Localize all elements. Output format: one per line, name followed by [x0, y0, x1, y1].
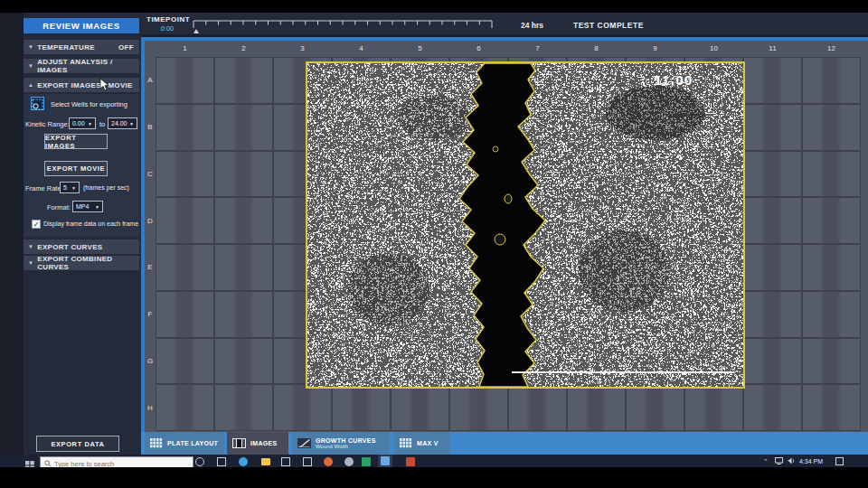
well-H1[interactable]: [156, 384, 214, 431]
well-F1[interactable]: [156, 291, 214, 338]
well-C2[interactable]: [214, 151, 273, 198]
well-C11[interactable]: [743, 151, 802, 198]
well-F2[interactable]: [214, 291, 273, 338]
well-A12[interactable]: [802, 57, 861, 104]
taskbar-clock[interactable]: 4:34 PM: [799, 458, 823, 465]
section-export-combined-curves[interactable]: ▼ EXPORT COMBINED CURVES: [24, 256, 139, 270]
export-data-button[interactable]: EXPORT DATA: [36, 436, 119, 452]
search-icon: [44, 460, 52, 467]
edge-icon[interactable]: [239, 457, 248, 466]
kinetic-from-value: 0.00: [72, 120, 85, 127]
file-explorer-icon[interactable]: [261, 458, 270, 465]
well-E1[interactable]: [156, 244, 214, 291]
section-temperature[interactable]: ▼ TEMPERATURE OFF: [24, 40, 139, 54]
plate-column-header: 5: [391, 41, 449, 57]
tab-sublabel: Wound Width: [316, 444, 376, 449]
well-D11[interactable]: [743, 197, 802, 244]
section-label: ADJUST ANALYSIS / IMAGES: [37, 58, 134, 74]
status-badge: TEST COMPLETE: [573, 21, 644, 30]
chevron-up-icon: ▲: [28, 82, 33, 88]
well-G1[interactable]: [156, 338, 214, 385]
task-view-icon[interactable]: [217, 457, 226, 466]
display-frame-data-checkbox[interactable]: ✓: [32, 220, 41, 229]
section-export-images-movie[interactable]: ▲ EXPORT IMAGES / MOVIE: [24, 78, 139, 92]
well-D1[interactable]: [156, 197, 214, 244]
scale-bar: [512, 371, 734, 373]
well-E11[interactable]: [743, 244, 802, 291]
plate-column-header: 4: [332, 41, 391, 57]
well-C12[interactable]: [802, 151, 861, 198]
well-E2[interactable]: [214, 244, 273, 291]
plate-column-header: 11: [743, 41, 802, 57]
frame-rate-dropdown[interactable]: 5 ▼: [60, 182, 80, 193]
well-H4[interactable]: [332, 384, 391, 431]
timeline-slider[interactable]: [192, 16, 495, 34]
well-G11[interactable]: [743, 338, 802, 385]
well-H7[interactable]: [508, 384, 567, 431]
well-B2[interactable]: [214, 104, 273, 151]
kinetic-from-dropdown[interactable]: 0.00 ▼: [69, 117, 96, 129]
well-H12[interactable]: [802, 384, 861, 431]
network-icon[interactable]: [775, 457, 783, 465]
well-H5[interactable]: [391, 384, 449, 431]
tab-max-v[interactable]: MAX V: [394, 432, 450, 455]
tab-text: IMAGES: [250, 440, 277, 446]
section-export-curves[interactable]: ▼ EXPORT CURVES: [24, 239, 139, 254]
frame-rate-label: Frame Rate:: [25, 184, 63, 192]
well-H8[interactable]: [567, 384, 626, 431]
well-F12[interactable]: [802, 291, 861, 338]
store-icon[interactable]: [281, 457, 290, 466]
select-wells-icon[interactable]: [31, 97, 44, 110]
powerpoint-icon[interactable]: [406, 457, 415, 466]
excel-icon[interactable]: [362, 457, 371, 466]
well-H3[interactable]: [273, 384, 332, 431]
well-E12[interactable]: [802, 244, 861, 291]
sidebar-rail: [0, 13, 24, 455]
dropdown-arrow-icon: ▼: [71, 185, 76, 191]
export-movie-button[interactable]: EXPORT MOVIE: [44, 161, 108, 176]
section-label: EXPORT IMAGES / MOVIE: [37, 81, 132, 89]
well-B11[interactable]: [743, 104, 802, 151]
notification-center-icon[interactable]: [835, 457, 844, 465]
kinetic-to-dropdown[interactable]: 24.00 ▼: [108, 117, 137, 129]
well-A2[interactable]: [214, 57, 273, 104]
well-image-viewer[interactable]: 11:00: [306, 61, 745, 389]
well-B12[interactable]: [802, 104, 861, 151]
cortana-icon[interactable]: [195, 457, 204, 466]
tab-growth-curves[interactable]: GROWTH CURVESWound Width: [292, 432, 390, 455]
mail-icon[interactable]: [303, 457, 312, 466]
search-input[interactable]: [54, 460, 181, 468]
section-adjust-analysis[interactable]: ▼ ADJUST ANALYSIS / IMAGES: [24, 59, 139, 73]
well-H10[interactable]: [684, 384, 743, 431]
frame-rate-value: 5: [63, 184, 67, 191]
plate-column-header: 10: [684, 41, 743, 57]
well-F11[interactable]: [743, 291, 802, 338]
well-H11[interactable]: [743, 384, 802, 431]
plate-column-header: 2: [214, 41, 273, 57]
well-A1[interactable]: [156, 57, 214, 104]
well-D12[interactable]: [802, 197, 861, 244]
plate-column-header: 3: [273, 41, 332, 57]
duration-label: 24 hrs: [521, 21, 543, 30]
well-A11[interactable]: [743, 57, 802, 104]
well-D2[interactable]: [214, 197, 273, 244]
taskbar-search-box[interactable]: [40, 456, 193, 467]
start-button-icon[interactable]: [25, 457, 34, 466]
well-H9[interactable]: [626, 384, 684, 431]
app-active-icon[interactable]: [381, 456, 390, 465]
well-H6[interactable]: [449, 384, 508, 431]
well-C1[interactable]: [156, 151, 214, 198]
export-images-button[interactable]: EXPORT IMAGES: [44, 134, 108, 149]
browser-icon[interactable]: [324, 457, 333, 466]
plate-row-header: C: [145, 151, 156, 198]
well-G2[interactable]: [214, 338, 273, 385]
speaker-icon[interactable]: [788, 457, 796, 465]
tray-chevron-icon[interactable]: ⌃: [763, 458, 769, 465]
well-G12[interactable]: [802, 338, 861, 385]
tab-plate-layout[interactable]: PLATE LAYOUT: [145, 432, 224, 455]
tab-images[interactable]: IMAGES: [227, 432, 288, 455]
well-H2[interactable]: [214, 384, 273, 431]
swirl-icon[interactable]: [344, 457, 354, 466]
well-B1[interactable]: [156, 104, 214, 151]
format-dropdown[interactable]: MP4 ▼: [72, 201, 103, 212]
